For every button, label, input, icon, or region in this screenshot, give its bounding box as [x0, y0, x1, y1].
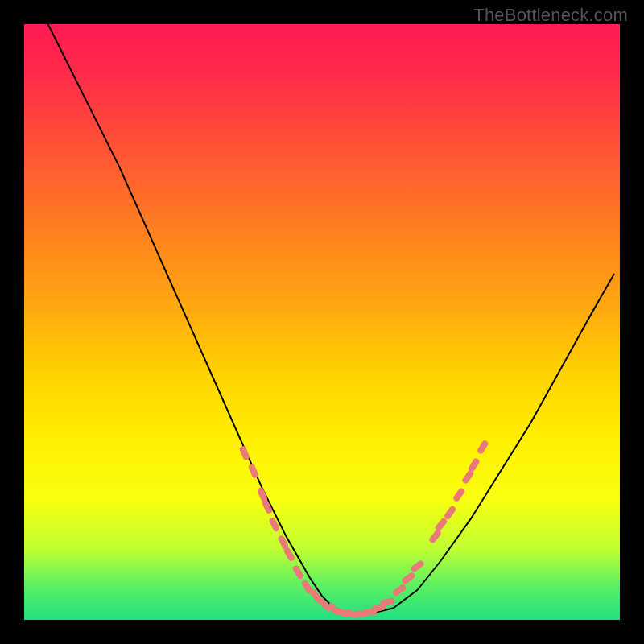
data-marker [322, 602, 328, 608]
data-marker [433, 534, 438, 540]
data-marker [266, 503, 270, 510]
data-marker [384, 601, 392, 603]
data-marker [456, 492, 461, 498]
curve-layer [24, 24, 620, 620]
data-marker [314, 592, 319, 599]
data-marker [282, 539, 285, 546]
watermark-text: TheBottleneck.com [473, 5, 628, 26]
data-marker [273, 521, 276, 528]
data-marker [243, 449, 246, 456]
data-marker [305, 584, 309, 591]
data-marker [374, 607, 382, 609]
data-marker [439, 522, 444, 528]
data-marker [296, 569, 300, 576]
data-marker [405, 576, 411, 580]
data-marker [481, 444, 485, 450]
data-marker [261, 491, 264, 498]
data-marker [252, 467, 255, 474]
data-marker [414, 564, 420, 568]
chart-frame: TheBottleneck.com [0, 0, 644, 644]
data-curve [48, 24, 614, 614]
plot-area [24, 24, 620, 620]
data-marker [465, 473, 470, 480]
data-marker [448, 510, 452, 516]
data-marker [472, 461, 476, 468]
data-marker [396, 588, 402, 592]
data-marker [287, 551, 291, 558]
